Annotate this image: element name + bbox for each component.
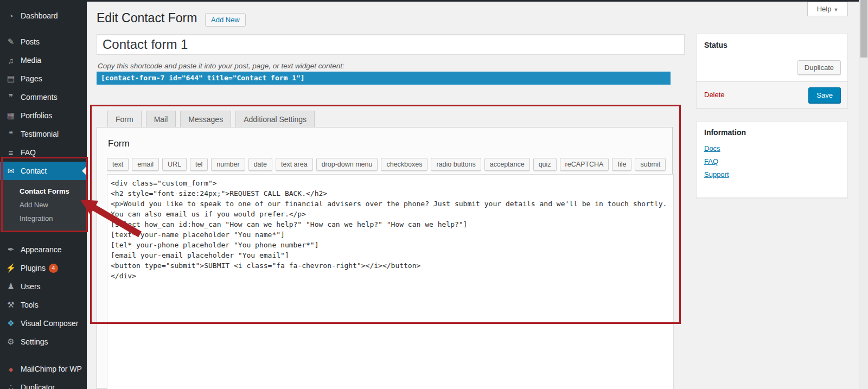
mailchimp-icon: ● [5, 365, 16, 374]
tag-button-recaptcha[interactable]: reCAPTCHA [560, 158, 609, 171]
contact-submenu: Contact FormsAdd NewIntegration [0, 180, 87, 232]
tag-generator-row: textemailURLtelnumberdatetext areadrop-d… [107, 158, 669, 171]
plugin-icon: ⚡ [5, 263, 16, 273]
sidebar-item-dashboard[interactable]: ◔Dashboard [0, 7, 87, 25]
tag-button-radio-buttons[interactable]: radio buttons [431, 158, 481, 171]
dashboard-icon: ◔ [5, 11, 16, 21]
sidebar-item-label: Plugins [21, 264, 46, 272]
sidebar-item-label: Pages [21, 74, 42, 83]
information-box: Information DocsFAQSupport [696, 121, 848, 198]
sidebar-item-label: Posts [21, 37, 40, 46]
envelope-icon: ✉ [5, 166, 16, 176]
help-button[interactable]: Help▼ [807, 2, 848, 16]
page-scrollbar[interactable] [859, 0, 868, 389]
sidebar-item-plugins[interactable]: ⚡Plugins4 [0, 259, 87, 277]
tag-button-file[interactable]: file [612, 158, 631, 171]
form-title-input[interactable] [97, 34, 685, 55]
admin-sidebar: ◔Dashboard✎Posts♫Media▤Pages❞Comments▦Po… [0, 0, 87, 389]
sidebar-item-label: Visual Composer [21, 319, 78, 328]
delete-link[interactable]: Delete [704, 91, 725, 99]
tag-button-date[interactable]: date [248, 158, 272, 171]
submenu-item-integration[interactable]: Integration [0, 212, 87, 225]
sidebar-item-portfolios[interactable]: ▦Portfolios [0, 106, 87, 125]
tag-button-quiz[interactable]: quiz [533, 158, 557, 171]
sidebar-item-pages[interactable]: ▤Pages [0, 69, 87, 88]
page-title: Edit Contact Form [97, 11, 197, 25]
sidebar-item-label: Appearance [21, 245, 62, 254]
admin-bar-remnant [0, 0, 859, 2]
information-box-title: Information [697, 122, 847, 141]
sidebar-item-label: Comments [21, 93, 58, 101]
sidebar-item-settings[interactable]: ⚙Settings [0, 333, 87, 351]
sidebar-item-label: Duplicator [21, 383, 55, 389]
editor-tabs: FormMailMessagesAdditional Settings [107, 111, 319, 128]
sidebar-item-label: Contact [21, 167, 47, 175]
sidebar-item-users[interactable]: ♟Users [0, 277, 87, 296]
sidebar-item-label: Testimonial [21, 130, 59, 138]
sidebar-item-mailchimp[interactable]: ●MailChimp for WP [0, 360, 87, 378]
faq-icon: ≡ [5, 148, 16, 157]
sidebar-item-appearance[interactable]: ✒Appearance [0, 240, 87, 259]
tag-button-acceptance[interactable]: acceptance [484, 158, 530, 171]
form-template-editor[interactable] [107, 174, 674, 389]
sidebar-item-duplicator[interactable]: ∴Duplicator [0, 378, 87, 389]
sidebar-item-label: Portfolios [21, 111, 52, 120]
pages-icon: ▤ [5, 74, 16, 84]
save-button[interactable]: Save [808, 87, 841, 103]
status-box-title: Status [697, 34, 847, 54]
tab-mail[interactable]: Mail [146, 111, 176, 128]
panel-heading: Form [108, 138, 130, 149]
active-menu-notch [82, 166, 87, 176]
sidebar-item-label: FAQ [21, 148, 36, 157]
info-link-support[interactable]: Support [704, 170, 840, 178]
comment-bubble-icon: ❞ [5, 92, 16, 102]
sidebar-item-visual-composer[interactable]: ❖Visual Composer [0, 314, 87, 333]
portfolio-icon: ▦ [5, 111, 16, 120]
users-icon: ♟ [5, 282, 16, 291]
sidebar-item-testimonial[interactable]: ❝Testimonial [0, 125, 87, 143]
sidebar-item-label: Users [21, 282, 41, 291]
settings-icon: ⚙ [5, 337, 16, 347]
media-icon: ♫ [5, 56, 16, 65]
sidebar-item-posts[interactable]: ✎Posts [0, 33, 87, 51]
update-count-badge: 4 [49, 264, 58, 273]
scrollbar-thumb[interactable] [860, 0, 867, 58]
tag-button-url[interactable]: URL [162, 158, 187, 171]
sidebar-item-label: Dashboard [21, 11, 58, 20]
tag-button-text-area[interactable]: text area [276, 158, 313, 171]
tab-form[interactable]: Form [107, 111, 142, 128]
sidebar-item-contact[interactable]: ✉Contact [0, 162, 87, 180]
tab-additional-settings[interactable]: Additional Settings [235, 111, 315, 128]
tag-button-text[interactable]: text [107, 158, 129, 171]
status-box: Status Duplicate Delete Save [696, 34, 848, 109]
tools-icon: ⚒ [5, 300, 16, 310]
sidebar-item-label: Media [21, 56, 41, 65]
tag-button-drop-down-menu[interactable]: drop-down menu [316, 158, 378, 171]
sidebar-item-label: Settings [21, 337, 48, 346]
sidebar-item-comments[interactable]: ❞Comments [0, 88, 87, 106]
pushpin-icon: ✎ [5, 37, 16, 47]
tag-button-submit[interactable]: submit [635, 158, 666, 171]
shortcode-value[interactable]: [contact-form-7 id="644" title="Contact … [97, 72, 671, 85]
tag-button-email[interactable]: email [132, 158, 159, 171]
shortcode-hint: Copy this shortcode and paste it into yo… [98, 62, 344, 70]
sidebar-item-media[interactable]: ♫Media [0, 51, 87, 69]
add-new-button[interactable]: Add New [205, 13, 246, 27]
publishing-actions: Delete Save [697, 81, 847, 108]
tag-button-checkboxes[interactable]: checkboxes [381, 158, 427, 171]
sidebar-item-faq[interactable]: ≡FAQ [0, 143, 87, 162]
form-panel: Form textemailURLtelnumberdatetext aread… [97, 127, 673, 389]
info-link-faq[interactable]: FAQ [704, 157, 840, 165]
sidebar-item-label: MailChimp for WP [21, 365, 82, 373]
tab-messages[interactable]: Messages [180, 111, 231, 128]
duplicate-button[interactable]: Duplicate [797, 60, 841, 75]
tag-button-tel[interactable]: tel [190, 158, 208, 171]
help-label: Help [817, 5, 832, 13]
submenu-item-add-new[interactable]: Add New [0, 198, 87, 212]
sidebar-item-tools[interactable]: ⚒Tools [0, 296, 87, 314]
info-link-docs[interactable]: Docs [704, 144, 840, 152]
submenu-item-contact-forms[interactable]: Contact Forms [0, 184, 87, 198]
sidebar-item-label: Tools [21, 301, 39, 309]
quote-icon: ❝ [5, 129, 16, 139]
tag-button-number[interactable]: number [211, 158, 245, 171]
